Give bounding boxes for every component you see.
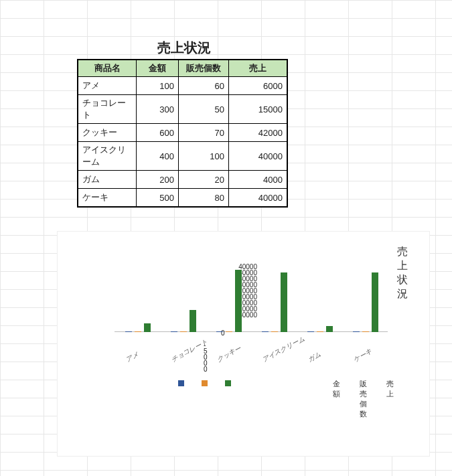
data-table: 商品名 金額 販売個数 売上 アメ 100 60 6000 チョコレート 300…: [77, 59, 288, 208]
cell-price[interactable]: 100: [137, 77, 179, 95]
cell-name[interactable]: アメ: [78, 77, 137, 95]
cell-sales[interactable]: 15000: [229, 95, 288, 124]
cell-price[interactable]: 400: [137, 142, 179, 171]
cell-sales[interactable]: 4000: [229, 171, 288, 189]
cell-name[interactable]: ガム: [78, 171, 137, 189]
chart-bars: アメチョコレートクッキーアイスクリームガムケーキ: [115, 232, 388, 332]
cell-qty[interactable]: 100: [179, 142, 229, 171]
page-title: 売上状況: [77, 39, 291, 59]
table-header-row: 商品名 金額 販売個数 売上: [78, 60, 287, 77]
th-name[interactable]: 商品名: [78, 60, 137, 77]
chart-legend: 金額 販売個数 売上: [178, 379, 419, 419]
cell-name[interactable]: チョコレート: [78, 95, 137, 124]
cell-sales[interactable]: 6000: [229, 77, 288, 95]
chart-title: 売上状況: [397, 245, 409, 301]
table-row: ケーキ 500 80 40000: [78, 189, 287, 208]
legend-swatch-blue: [178, 380, 184, 386]
cell-price[interactable]: 200: [137, 171, 179, 189]
legend-label-qty: 販売個数: [360, 379, 369, 419]
cell-qty[interactable]: 60: [179, 77, 229, 95]
legend-label-sales: 売上: [386, 379, 396, 399]
th-sales[interactable]: 売上: [229, 60, 288, 77]
cell-name[interactable]: アイスクリーム: [78, 142, 137, 171]
th-qty[interactable]: 販売個数: [179, 60, 229, 77]
cell-qty[interactable]: 50: [179, 95, 229, 124]
table-row: アメ 100 60 6000: [78, 77, 287, 95]
cell-price[interactable]: 600: [137, 124, 179, 142]
cell-sales[interactable]: 42000: [229, 124, 288, 142]
table-row: ガム 200 20 4000: [78, 171, 287, 189]
cell-sales[interactable]: 40000: [229, 142, 288, 171]
cell-qty[interactable]: 20: [179, 171, 229, 189]
table-row: チョコレート 300 50 15000: [78, 95, 287, 124]
cell-price[interactable]: 300: [137, 95, 179, 124]
cell-sales[interactable]: 40000: [229, 189, 288, 208]
cell-qty[interactable]: 80: [179, 189, 229, 208]
table-row: クッキー 600 70 42000: [78, 124, 287, 142]
legend-swatch-orange: [202, 380, 208, 386]
cell-qty[interactable]: 70: [179, 124, 229, 142]
chart-area[interactable]: 売上状況 40000400003000030000200002000010000…: [57, 231, 430, 457]
table-row: アイスクリーム 400 100 40000: [78, 142, 287, 171]
cell-name[interactable]: ケーキ: [78, 189, 137, 208]
legend-label-price: 金額: [333, 379, 342, 399]
th-price[interactable]: 金額: [137, 60, 179, 77]
cell-price[interactable]: 500: [137, 189, 179, 208]
legend-swatch-green: [225, 380, 231, 386]
cell-name[interactable]: クッキー: [78, 124, 137, 142]
